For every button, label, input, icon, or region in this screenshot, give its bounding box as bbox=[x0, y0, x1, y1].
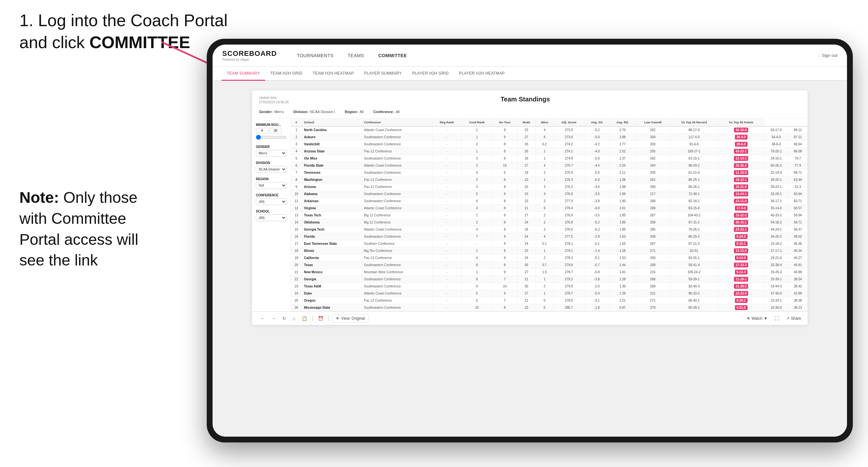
table-cell: 2 bbox=[461, 219, 492, 226]
table-cell: 96-29-2 bbox=[670, 162, 718, 169]
toolbar-forward[interactable]: → bbox=[270, 315, 278, 322]
table-cell: Texas bbox=[302, 261, 363, 269]
filter-row: Gender: Men's Division: NCAA Division I … bbox=[259, 108, 801, 116]
table-cell: 21 bbox=[291, 269, 302, 276]
toolbar-copy[interactable]: 📋 bbox=[300, 315, 309, 322]
table-cell: Tennessee bbox=[302, 169, 363, 176]
table-cell: 278.7 bbox=[553, 290, 584, 297]
table-cell: 6 bbox=[536, 205, 553, 212]
table-cell: 86-26-1 bbox=[670, 183, 718, 191]
conference-filter: Conference (All) bbox=[256, 193, 286, 205]
table-cell: 259 bbox=[636, 219, 670, 226]
table-cell: – bbox=[432, 134, 461, 141]
table-cell: 1.63 bbox=[610, 233, 636, 240]
tab-player-summary[interactable]: PLAYER SUMMARY bbox=[359, 66, 407, 81]
tab-team-h2h-heatmap[interactable]: TEAM H2H HEATMAP bbox=[308, 66, 359, 81]
table-cell: 109-24-2 bbox=[670, 269, 718, 276]
table-cell: -6.0 bbox=[584, 176, 610, 183]
table-cell: – bbox=[432, 226, 461, 233]
table-cell: 268 bbox=[636, 205, 670, 212]
table-cell: 86-25-1 bbox=[670, 176, 718, 183]
toolbar-watch[interactable]: 👁 Watch ▼ bbox=[747, 316, 768, 321]
table-cell: 276.3 bbox=[553, 183, 584, 191]
table-cell: 271 bbox=[636, 297, 670, 304]
table-cell: 1 bbox=[536, 247, 553, 254]
table-row: 23Texas A&MSoutheastern Conference–91030… bbox=[291, 283, 808, 290]
table-cell: Texas Tech bbox=[302, 212, 363, 219]
toolbar-fullscreen[interactable]: ⛶ bbox=[773, 315, 781, 322]
table-cell: – bbox=[432, 212, 461, 219]
gender-select[interactable]: Men's Women's bbox=[256, 150, 286, 157]
table-cell: 9 bbox=[492, 126, 517, 134]
table-cell: 215 bbox=[636, 269, 670, 276]
table-cell: 17-33-3 bbox=[718, 261, 764, 269]
school-select[interactable]: (All) bbox=[256, 214, 286, 221]
table-cell: 1 bbox=[536, 276, 553, 283]
table-cell: 4 bbox=[291, 148, 302, 155]
tab-team-summary[interactable]: TEAM SUMMARY bbox=[222, 66, 265, 81]
region-select[interactable]: N/A All bbox=[256, 182, 286, 189]
toolbar-share[interactable]: ↗ Share bbox=[786, 316, 801, 321]
table-cell: 90-33-2 bbox=[670, 290, 718, 297]
table-cell: 278.2 bbox=[553, 254, 584, 261]
toolbar-reload[interactable]: ↻ bbox=[280, 315, 288, 322]
table-cell: -5.0 bbox=[584, 134, 610, 141]
table-cell: – bbox=[432, 290, 461, 297]
table-cell: 3 bbox=[536, 191, 553, 198]
nav-teams[interactable]: TEAMS bbox=[340, 44, 371, 66]
toolbar-clock[interactable]: ⏰ bbox=[316, 315, 325, 322]
table-cell: 13-15-0 bbox=[718, 247, 764, 254]
table-cell: 3 bbox=[461, 155, 492, 162]
tab-team-h2h-grid[interactable]: TEAM H2H GRID bbox=[265, 66, 308, 81]
table-cell: 1.98 bbox=[610, 176, 636, 183]
table-cell: – bbox=[432, 169, 461, 176]
table-cell: 1 bbox=[461, 126, 492, 134]
table-cell: 59-39-1 bbox=[670, 276, 718, 283]
nav-tournaments[interactable]: TOURNAMENTS bbox=[290, 44, 340, 66]
table-cell: 260 bbox=[636, 134, 670, 141]
table-cell: Big 12 Conference bbox=[362, 219, 432, 226]
table-cell: 13 bbox=[291, 212, 302, 219]
table-cell: 2 bbox=[536, 283, 553, 290]
table-cell: Southern Conference bbox=[362, 240, 432, 247]
table-cell: 23-33-1 bbox=[764, 297, 788, 304]
table-cell: 33-44-3 bbox=[764, 283, 788, 290]
table-cell: 40-33-2 bbox=[764, 212, 788, 219]
table-cell: 2 bbox=[536, 254, 553, 261]
conference-select[interactable]: (All) bbox=[256, 198, 286, 205]
table-cell: 2 bbox=[536, 212, 553, 219]
tab-player-h2h-grid[interactable]: PLAYER H2H GRID bbox=[407, 66, 454, 81]
card-body: Minimum Rou... Gender Men's Women' bbox=[252, 119, 808, 311]
table-cell: 276.3 bbox=[553, 176, 584, 183]
view-icon: 👁 bbox=[336, 316, 340, 321]
nav-committee[interactable]: COMMITTEE bbox=[371, 44, 414, 66]
table-cell: 21 bbox=[517, 205, 536, 212]
table-cell: 1 bbox=[461, 269, 492, 276]
tab-player-h2h-heatmap[interactable]: PLAYER H2H HEATMAP bbox=[454, 66, 510, 81]
watch-label: Watch bbox=[752, 316, 763, 321]
table-cell: 276.5 bbox=[553, 226, 584, 233]
table-cell: -0.8 bbox=[584, 269, 610, 276]
toolbar-home[interactable]: ⌂ bbox=[291, 315, 297, 322]
table-cell: 6.2 bbox=[536, 141, 553, 148]
table-cell: 4 bbox=[461, 254, 492, 261]
sign-out-link[interactable]: Sign out bbox=[822, 53, 837, 58]
table-cell: 8 bbox=[492, 304, 517, 311]
toolbar-back[interactable]: ← bbox=[258, 315, 267, 322]
max-rounds-input[interactable] bbox=[270, 128, 282, 133]
division-select[interactable]: NCAA Division I NCAA Division II NCAA Di… bbox=[256, 166, 286, 173]
min-rounds-input[interactable] bbox=[256, 128, 268, 133]
rounds-slider[interactable] bbox=[256, 135, 286, 140]
table-cell: 17 bbox=[291, 240, 302, 247]
table-cell: 255 bbox=[636, 169, 670, 176]
table-cell: 279.1 bbox=[553, 247, 584, 254]
table-cell: 278.7 bbox=[553, 269, 584, 276]
table-cell: 11 bbox=[291, 198, 302, 205]
table-cell: 267 bbox=[636, 212, 670, 219]
table-cell: 9 bbox=[461, 283, 492, 290]
toolbar-view-original[interactable]: 👁 View: Original bbox=[332, 315, 369, 322]
table-cell: 23 bbox=[291, 283, 302, 290]
table-cell: – bbox=[432, 205, 461, 212]
table-cell: Virginia bbox=[302, 205, 363, 212]
table-cell: 38.54 bbox=[788, 276, 807, 283]
